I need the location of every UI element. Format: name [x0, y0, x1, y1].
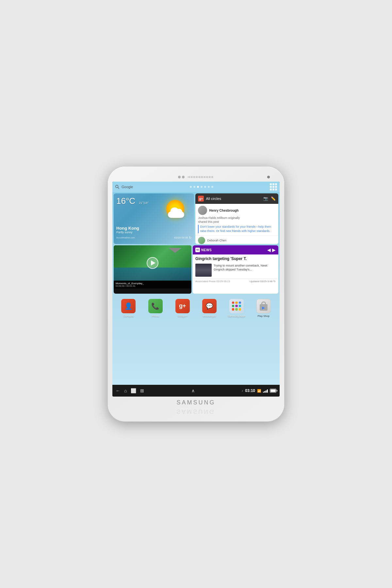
back-icon[interactable]: ←	[116, 388, 120, 393]
speaker-dot	[182, 176, 185, 178]
refresh-icon[interactable]: ↻	[189, 236, 191, 239]
app-messenger[interactable]: 💬 Messenger	[199, 299, 220, 318]
play-triangle-icon	[151, 260, 155, 266]
signal-bar-4	[267, 389, 268, 393]
grid-cell	[275, 188, 277, 190]
news-prev-button[interactable]: ◀	[267, 248, 271, 252]
news-headline: Gingrich targeting 'Super T.	[195, 256, 276, 262]
app-phone[interactable]: 📞 Phone	[145, 299, 166, 318]
gplus-next-name: Deborah Chen	[207, 239, 226, 242]
play-shop-icon: ▶	[256, 299, 271, 313]
video-widget[interactable]: Moments_of_Everyday_ 00:00:00 / 00:01:41	[114, 245, 191, 294]
yahoo-y-icon: Y!	[195, 248, 200, 252]
page-dot-3	[197, 186, 199, 188]
gplus-header: g+ All circles 📷 ✏️	[195, 193, 278, 204]
news-next-button[interactable]: ▶	[272, 248, 276, 252]
news-label: NEWS	[201, 248, 212, 252]
screen: Google	[112, 182, 280, 397]
contacts-person-icon: 👤	[124, 302, 133, 310]
play-button[interactable]	[147, 257, 158, 269]
news-body-text: Trying to mount another comeback, Newt G…	[214, 264, 276, 277]
app-dock: 👤 Contacts 📞 Phone g+ G	[114, 295, 278, 321]
messenger-chat-icon: 💬	[206, 302, 213, 310]
news-footer: Associated Press 02/29 03:13 Updated 02/…	[193, 279, 278, 284]
grid-cell	[270, 186, 272, 188]
video-title: Moments_of_Everyday_	[116, 282, 189, 285]
app-contacts[interactable]: 👤 Contacts	[118, 299, 139, 318]
signal-bar-1	[263, 392, 264, 393]
app-play-shop[interactable]: ▶ Play Shop	[253, 299, 274, 318]
weather-cloud-icon	[166, 208, 188, 218]
nav-left-controls: ← ⌂ ⬜ ⊞	[116, 388, 144, 393]
apps-grid-button[interactable]	[270, 183, 277, 190]
gplus-widget[interactable]: g+ All circles 📷 ✏️ Henry Chesbr	[195, 193, 278, 244]
video-thumbnail	[114, 245, 191, 281]
page-dot-7	[211, 186, 213, 188]
gplus-shared-text: Joshua Fields Millburn originally shared…	[198, 216, 276, 224]
front-camera	[267, 176, 270, 178]
widgets-top-row: 16°C 21°|19° Hong Kong Partly sunny Accu…	[114, 193, 278, 244]
gplus-actions: 📷 ✏️	[263, 196, 276, 201]
gplus-title-row: g+ All circles	[198, 196, 221, 202]
page-dots	[190, 186, 213, 188]
app-samsung-apps[interactable]: Samsung Apps	[226, 299, 247, 318]
music-note-icon: ♪	[242, 389, 243, 392]
gplus-poster: Henry Chesbrough	[198, 206, 276, 215]
gplus-label: Google+	[177, 315, 187, 318]
widgets-bottom-row: Moments_of_Everyday_ 00:00:00 / 00:01:41…	[114, 245, 278, 294]
news-title-row: Y! NEWS	[195, 248, 212, 252]
system-clock: 03:10	[245, 388, 255, 393]
cloud-shape	[168, 211, 184, 218]
page-dot-6	[208, 186, 210, 188]
samsung-apps-icon	[229, 299, 244, 313]
page-dot-5	[204, 186, 206, 188]
news-source: Associated Press 02/29 03:13	[195, 280, 230, 283]
play-shop-label: Play Shop	[257, 315, 269, 318]
video-info: Moments_of_Everyday_ 00:00:00 / 00:01:41	[114, 281, 191, 288]
yahoo-news-logo: Y!	[195, 248, 200, 252]
svg-line-1	[118, 188, 119, 189]
shopping-bag-icon: ▶	[259, 302, 268, 311]
news-widget[interactable]: Y! NEWS ◀ ▶ Gingrich targeting 'Super T.	[193, 245, 278, 294]
grid-cell	[272, 183, 274, 185]
weather-widget[interactable]: 16°C 21°|19° Hong Kong Partly sunny Accu…	[114, 193, 194, 244]
gplus-next-avatar	[198, 237, 205, 244]
nav-center: ∧	[144, 388, 241, 393]
home-icon[interactable]: ⌂	[124, 388, 127, 393]
weather-footer: AccuWeather.com 02/29 03:35 ↻	[116, 236, 191, 239]
google-label: Google	[122, 185, 133, 189]
google-search-bar[interactable]: Google	[115, 185, 133, 189]
signal-bars-icon	[263, 389, 268, 393]
news-refresh-icon[interactable]: ↻	[273, 280, 276, 283]
battery-icon	[270, 389, 276, 393]
contacts-label: Contacts	[123, 315, 134, 318]
wifi-icon: 📶	[257, 389, 261, 393]
grid-cell	[270, 183, 272, 185]
gplus-post[interactable]: Henry Chesbrough Joshua Fields Millburn …	[195, 204, 278, 235]
gplus-next-post[interactable]: Deborah Chen	[195, 235, 278, 244]
navigation-bar: ← ⌂ ⬜ ⊞ ∧ ♪ 03:10 📶	[112, 385, 280, 397]
gplus-poster-name: Henry Chesbrough	[209, 209, 238, 212]
samsung-reflection: SAMSUNG	[176, 407, 215, 416]
speaker-grille	[188, 176, 214, 178]
menu-icon[interactable]: ∧	[191, 388, 195, 393]
samsung-apps-label: Samsung Apps	[228, 315, 245, 318]
recent-apps-icon[interactable]: ⬜	[131, 388, 136, 393]
search-icon	[115, 185, 120, 189]
news-updated: Updated 02/29 3:48 ↻	[250, 280, 276, 283]
battery-fill	[270, 389, 276, 392]
video-umbrella	[169, 248, 182, 256]
weather-source: AccuWeather.com	[116, 237, 135, 239]
app-gplus[interactable]: g+ Google+	[172, 299, 193, 318]
top-bar: Google	[112, 182, 280, 192]
messenger-label: Messenger	[203, 315, 216, 318]
main-content: 16°C 21°|19° Hong Kong Partly sunny Accu…	[112, 192, 280, 385]
screenshot-icon[interactable]: ⊞	[140, 388, 144, 393]
gplus-avatar	[198, 206, 207, 215]
bag-handle-icon	[261, 302, 266, 304]
camera-icon[interactable]: 📷	[263, 196, 268, 201]
nav-right-status: ♪ 03:10 📶	[242, 388, 276, 393]
grid-cell	[275, 183, 277, 185]
news-content: Gingrich targeting 'Super T. Trying to m…	[193, 254, 278, 279]
compose-icon[interactable]: ✏️	[271, 196, 276, 201]
